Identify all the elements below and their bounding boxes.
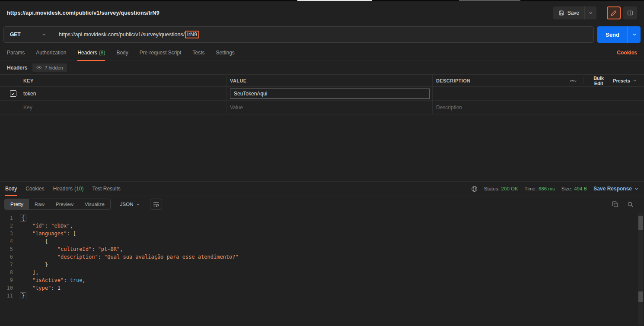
save-button-group: Save bbox=[553, 6, 596, 19]
time-badge: Time: 686 ms bbox=[525, 186, 555, 191]
status-value: 200 OK bbox=[501, 186, 518, 191]
line-number: 7 bbox=[0, 261, 20, 269]
search-button[interactable] bbox=[627, 201, 634, 208]
response-tab-cookies[interactable]: Cookies bbox=[26, 182, 44, 196]
send-options-button[interactable] bbox=[628, 26, 641, 43]
hidden-headers-toggle[interactable]: 7 hidden bbox=[32, 63, 67, 72]
scrollbar-thumb[interactable] bbox=[638, 216, 643, 230]
row-checkbox-cell bbox=[0, 87, 20, 100]
description-cell[interactable]: Description bbox=[432, 101, 563, 114]
scrollbar-track[interactable] bbox=[638, 213, 643, 325]
code-text: { bbox=[20, 214, 26, 222]
view-preview-button[interactable]: Preview bbox=[50, 199, 79, 209]
edit-button[interactable] bbox=[607, 6, 621, 19]
row-actions-cell bbox=[563, 101, 644, 114]
method-dropdown[interactable]: GET bbox=[4, 27, 53, 42]
code-line: 8 ], bbox=[0, 269, 644, 276]
comments-button[interactable] bbox=[623, 6, 637, 19]
tab-params[interactable]: Params bbox=[7, 45, 25, 60]
line-number: 9 bbox=[0, 276, 20, 284]
status-badge: Status: 200 OK bbox=[484, 186, 518, 191]
send-button[interactable]: Send bbox=[597, 26, 628, 43]
request-url-row: GET https://api.movidesk.com/public/v1/s… bbox=[0, 24, 644, 45]
bulk-edit-button[interactable]: Bulk Edit bbox=[587, 76, 610, 86]
key-cell[interactable]: token bbox=[20, 87, 226, 100]
size-value: 494 B bbox=[574, 186, 587, 191]
headers-table-header: KEY VALUE DESCRIPTION Bulk Edit Presets bbox=[0, 75, 644, 87]
response-tab-headers[interactable]: Headers (10) bbox=[53, 182, 84, 196]
response-body-code[interactable]: 1{2 "id": "ebDx",3 "languages": [4 {5 "c… bbox=[0, 212, 644, 326]
send-button-group: Send bbox=[597, 26, 641, 43]
wrap-lines-button[interactable] bbox=[150, 199, 162, 210]
value-placeholder: Value bbox=[230, 104, 243, 111]
presets-label: Presets bbox=[613, 78, 630, 83]
key-cell[interactable]: Key bbox=[20, 101, 226, 114]
table-actions: Bulk Edit Presets bbox=[563, 75, 644, 86]
time-label: Time: bbox=[525, 186, 537, 191]
scrollbar-thumb[interactable] bbox=[638, 291, 643, 302]
value-input[interactable]: SeuTokenAqui bbox=[230, 89, 430, 99]
code-line: 5 "cultureId": "pt-BR", bbox=[0, 245, 644, 253]
url-input[interactable]: https://api.movidesk.com/public/v1/surve… bbox=[53, 27, 205, 42]
empty-area bbox=[0, 114, 644, 181]
save-label: Save bbox=[567, 10, 579, 16]
presets-dropdown[interactable]: Presets bbox=[610, 78, 640, 83]
network-icon[interactable] bbox=[471, 186, 478, 192]
cookies-link[interactable]: Cookies bbox=[617, 50, 637, 56]
code-text: } bbox=[20, 292, 26, 300]
pencil-icon bbox=[611, 10, 617, 16]
hidden-headers-label: 7 hidden bbox=[45, 65, 63, 70]
line-number: 11 bbox=[0, 292, 20, 300]
copy-button[interactable] bbox=[612, 201, 618, 208]
code-line: 7 } bbox=[0, 261, 644, 269]
line-number: 1 bbox=[0, 214, 20, 222]
method-label: GET bbox=[10, 32, 21, 38]
tab-body[interactable]: Body bbox=[116, 45, 128, 60]
view-pretty-button[interactable]: Pretty bbox=[5, 199, 29, 209]
size-badge: Size: 494 B bbox=[561, 186, 587, 191]
view-visualize-button[interactable]: Visualize bbox=[79, 199, 110, 209]
row-checkbox[interactable] bbox=[10, 90, 16, 97]
code-text: "description": "Qual sua avaliação para … bbox=[20, 253, 239, 261]
save-response-dropdown[interactable]: Save Response bbox=[593, 186, 639, 192]
search-icon bbox=[627, 201, 634, 208]
key-value: token bbox=[23, 91, 36, 97]
response-tab-test-results[interactable]: Test Results bbox=[92, 182, 120, 196]
tab-count: (8) bbox=[99, 50, 105, 56]
size-label: Size: bbox=[561, 186, 573, 191]
value-cell[interactable]: SeuTokenAqui bbox=[226, 87, 432, 100]
save-button[interactable]: Save bbox=[553, 6, 584, 19]
headers-table: KEY VALUE DESCRIPTION Bulk Edit Presets bbox=[0, 74, 644, 114]
tab-label: Headers bbox=[77, 50, 97, 56]
format-dropdown[interactable]: JSON bbox=[116, 199, 145, 210]
view-raw-button[interactable]: Raw bbox=[29, 199, 50, 209]
tab-authorization[interactable]: Authorization bbox=[36, 45, 66, 60]
wrap-lines-icon bbox=[153, 202, 159, 207]
save-options-button[interactable] bbox=[584, 6, 596, 19]
more-options-icon[interactable] bbox=[566, 77, 580, 85]
url-control: GET https://api.movidesk.com/public/v1/s… bbox=[3, 26, 594, 43]
url-prefix: https://api.movidesk.com/public/v1/surve… bbox=[59, 32, 185, 38]
tab-label: Settings bbox=[216, 50, 235, 56]
line-number: 6 bbox=[0, 253, 20, 261]
postman-app: https://api.movidesk.com/public/v1/surve… bbox=[0, 0, 644, 326]
request-title: https://api.movidesk.com/public/v1/surve… bbox=[7, 10, 159, 16]
tab-pre-request-script[interactable]: Pre-request Script bbox=[140, 45, 182, 60]
code-line: 9 "isActive": true, bbox=[0, 276, 644, 284]
description-column-header: DESCRIPTION bbox=[432, 75, 563, 86]
response-view-toolbar: Pretty Raw Preview Visualize JSON bbox=[0, 196, 644, 212]
value-cell[interactable]: Value bbox=[226, 101, 432, 114]
key-placeholder: Key bbox=[23, 104, 32, 111]
code-text: { bbox=[20, 237, 48, 245]
tab-settings[interactable]: Settings bbox=[216, 45, 235, 60]
code-text: "type": 1 bbox=[20, 284, 61, 292]
code-line: 2 "id": "ebDx", bbox=[0, 222, 644, 230]
tab-headers[interactable]: Headers (8) bbox=[77, 45, 105, 60]
tab-highlight-segment bbox=[459, 0, 520, 1]
description-cell[interactable] bbox=[432, 87, 563, 100]
code-line: 11} bbox=[0, 292, 644, 300]
response-tab-body[interactable]: Body bbox=[5, 182, 17, 196]
tab-tests[interactable]: Tests bbox=[192, 45, 204, 60]
key-column-header: KEY bbox=[20, 75, 226, 86]
save-icon bbox=[558, 10, 564, 16]
